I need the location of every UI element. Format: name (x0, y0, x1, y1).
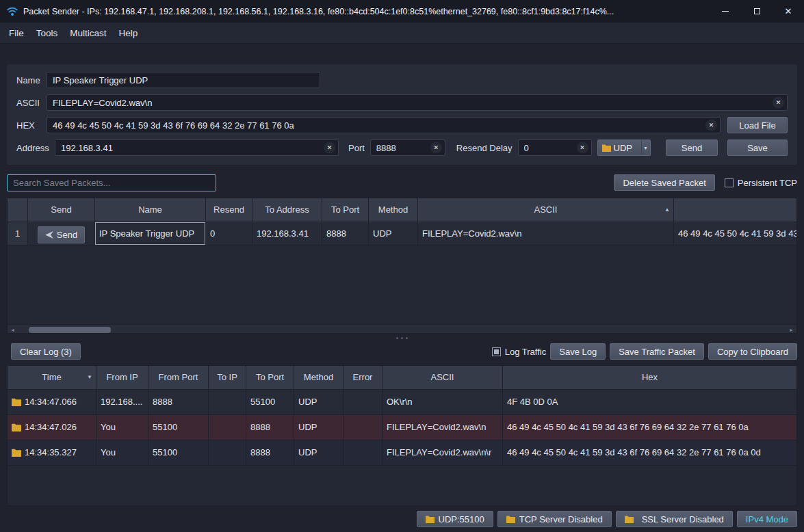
udp-server-button[interactable]: UDP:55100 (417, 511, 493, 527)
minimize-button[interactable] (710, 0, 741, 23)
log-col-from-ip[interactable]: From IP (96, 366, 148, 390)
saved-table-empty-area (8, 245, 796, 324)
log-col-to-port[interactable]: To Port (246, 366, 294, 390)
cell-method[interactable]: UDP (294, 390, 343, 415)
ascii-input[interactable] (47, 94, 788, 111)
saved-col-ascii[interactable]: ASCII ▲ (418, 198, 674, 222)
address-clear-icon[interactable]: ✕ (324, 142, 335, 154)
cell-resend[interactable]: 0 (206, 222, 252, 245)
row-send-button[interactable]: Send (38, 226, 85, 243)
log-table-header: Time ▼ From IP From Port To IP To Port M… (8, 366, 796, 390)
cell-to-port[interactable]: 8888 (246, 440, 294, 466)
tcp-server-button[interactable]: TCP Server Disabled (497, 511, 612, 527)
saved-col-name[interactable]: Name (95, 198, 206, 222)
hex-input[interactable] (47, 117, 721, 133)
cell-method[interactable]: UDP (369, 222, 418, 245)
log-col-method[interactable]: Method (294, 366, 343, 390)
cell-from-ip[interactable]: 192.168.... (96, 390, 148, 415)
ssl-server-button[interactable]: SSL Server Disabled (616, 511, 733, 527)
persistent-tcp-checkbox[interactable] (725, 178, 734, 187)
menu-file[interactable]: File (3, 25, 30, 42)
cell-method[interactable]: UDP (294, 440, 343, 466)
cell-to-ip[interactable] (209, 390, 246, 415)
resend-clear-icon[interactable]: ✕ (577, 142, 588, 154)
udp-server-label: UDP:55100 (439, 514, 484, 524)
cell-ascii[interactable]: FILEPLAY=Covid2.wav\n\r (382, 440, 503, 466)
splitter-handle[interactable] (0, 334, 804, 343)
delete-saved-packet-button[interactable]: Delete Saved Packet (614, 174, 714, 191)
cell-to-port[interactable]: 8888 (322, 222, 369, 245)
cell-name[interactable]: IP Speaker Trigger UDP (95, 222, 206, 245)
name-label: Name (16, 75, 47, 85)
port-clear-icon[interactable]: ✕ (430, 142, 442, 154)
log-col-from-port[interactable]: From Port (148, 366, 209, 390)
scroll-right-icon[interactable]: ► (786, 325, 796, 334)
cell-ascii[interactable]: OK\r\n (382, 390, 503, 415)
log-traffic-checkbox[interactable] (492, 347, 501, 356)
copy-to-clipboard-button[interactable]: Copy to Clipboard (708, 343, 797, 360)
search-input[interactable] (7, 174, 216, 191)
scrollbar-track[interactable] (18, 325, 786, 334)
maximize-button[interactable] (741, 0, 773, 23)
saved-col-method[interactable]: Method (369, 198, 418, 222)
saved-col-resend[interactable]: Resend (206, 198, 252, 222)
log-row[interactable]: 14:34:47.066 192.168.... 8888 55100 UDP … (8, 390, 796, 415)
cell-from-port[interactable]: 55100 (148, 440, 209, 466)
ascii-clear-icon[interactable]: ✕ (773, 97, 784, 109)
log-col-to-ip[interactable]: To IP (209, 366, 246, 390)
cell-to-ip[interactable] (209, 440, 246, 466)
menu-multicast[interactable]: Multicast (64, 25, 112, 42)
saved-col-to-port[interactable]: To Port (322, 198, 369, 222)
cell-time[interactable]: 14:34:47.026 (8, 415, 96, 440)
close-button[interactable]: ✕ (773, 0, 804, 23)
hex-clear-icon[interactable]: ✕ (705, 120, 717, 131)
save-traffic-packet-button[interactable]: Save Traffic Packet (610, 343, 704, 360)
cell-hex[interactable]: 46 49 4c 45 50 4c 41 59 3d 43 6f 76 69 6… (503, 415, 796, 440)
saved-packet-row[interactable]: 1 Send IP Speaker Trigger UDP 0 192.168.… (8, 222, 796, 245)
log-col-ascii[interactable]: ASCII (382, 366, 503, 390)
menu-tools[interactable]: Tools (30, 25, 64, 42)
sort-descending-icon: ▼ (87, 366, 92, 389)
clear-log-button[interactable]: Clear Log (3) (11, 343, 81, 360)
cell-hex[interactable]: 46 49 4c 45 50 4c 41 59 3d 43 6f 76 69 6… (503, 440, 796, 466)
saved-col-send[interactable]: Send (28, 198, 95, 222)
cell-hex[interactable]: 4F 4B 0D 0A (503, 390, 796, 415)
cell-to-port[interactable]: 55100 (246, 390, 294, 415)
cell-error[interactable] (343, 440, 382, 466)
log-row[interactable]: 14:34:35.327 You 55100 8888 UDP FILEPLAY… (8, 440, 796, 466)
cell-time[interactable]: 14:34:47.066 (8, 390, 96, 415)
cell-ascii[interactable]: FILEPLAY=Covid2.wav\n (382, 415, 503, 440)
cell-from-ip[interactable]: You (96, 415, 148, 440)
cell-from-port[interactable]: 55100 (148, 415, 209, 440)
cell-to-port[interactable]: 8888 (246, 415, 294, 440)
ipv4-mode-button[interactable]: IPv4 Mode (737, 511, 797, 527)
save-button[interactable]: Save (727, 139, 788, 156)
cell-from-port[interactable]: 8888 (148, 390, 209, 415)
cell-to-ip[interactable] (209, 415, 246, 440)
cell-to-address[interactable]: 192.168.3.41 (252, 222, 322, 245)
saved-col-hex[interactable] (674, 198, 796, 222)
log-row[interactable]: 14:34:47.026 You 55100 8888 UDP FILEPLAY… (8, 415, 796, 440)
log-col-time[interactable]: Time ▼ (8, 366, 96, 390)
load-file-button[interactable]: Load File (727, 117, 788, 133)
scroll-left-icon[interactable]: ◄ (8, 325, 18, 334)
menu-help[interactable]: Help (113, 25, 144, 42)
cell-error[interactable] (343, 415, 382, 440)
cell-hex[interactable]: 46 49 4c 45 50 4c 41 59 3d 43 6f 76 69 6… (674, 222, 796, 245)
send-button[interactable]: Send (666, 139, 718, 156)
scrollbar-handle[interactable] (29, 327, 111, 333)
cell-from-ip[interactable]: You (96, 440, 148, 466)
log-col-error[interactable]: Error (343, 366, 382, 390)
cell-error[interactable] (343, 390, 382, 415)
protocol-dropdown[interactable]: UDP ▾ (597, 139, 651, 156)
save-log-button[interactable]: Save Log (550, 343, 606, 360)
cell-time[interactable]: 14:34:35.327 (8, 440, 96, 466)
cell-method[interactable]: UDP (294, 415, 343, 440)
saved-col-to-address[interactable]: To Address (252, 198, 322, 222)
log-col-hex[interactable]: Hex (503, 366, 796, 390)
address-input[interactable] (55, 139, 339, 156)
address-row: Address ✕ Port ✕ Resend Delay ✕ (16, 139, 788, 156)
name-input[interactable] (47, 72, 320, 88)
cell-ascii[interactable]: FILEPLAY=Covid2.wav\n (418, 222, 674, 245)
time-value: 14:34:47.066 (25, 390, 77, 414)
